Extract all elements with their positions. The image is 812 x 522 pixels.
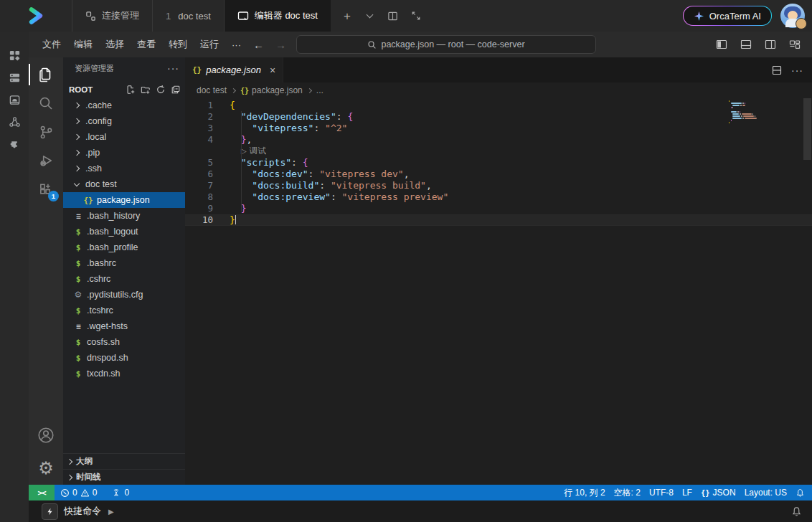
breadcrumb-item[interactable]: {}package.json [240, 85, 303, 95]
notifications-bell-button[interactable] [791, 506, 802, 517]
problems-status[interactable]: 00 [56, 485, 101, 500]
code-line[interactable]: 8 "docs:preview": "vitepress preview" [185, 191, 812, 203]
new-folder-button[interactable] [141, 85, 151, 95]
status-keyboard-layout[interactable]: Layout: US [740, 485, 791, 500]
codelens-debug-link[interactable]: ▷调试 [185, 146, 812, 157]
status-language-mode[interactable]: {}JSON [697, 485, 740, 500]
refresh-button[interactable] [156, 85, 166, 95]
menubar-item[interactable]: 查看 [131, 36, 162, 53]
code-text: "docs:build": "vitepress build", [230, 180, 432, 191]
menubar-item[interactable]: 运行 [194, 36, 225, 53]
toggle-primary-sidebar-button[interactable] [714, 37, 729, 52]
toggle-secondary-sidebar-button[interactable] [763, 37, 778, 52]
tab-connection-manager[interactable]: 连接管理 [72, 0, 153, 32]
breadcrumb-item[interactable]: ... [316, 85, 324, 95]
outline-section[interactable]: 大纲 [63, 453, 185, 469]
tree-item[interactable]: $.bash_profile [63, 239, 185, 255]
app-logo[interactable] [0, 0, 72, 32]
activitybar-run-debug[interactable] [29, 146, 63, 175]
activitybar-settings[interactable]: ⚙ [29, 452, 63, 485]
network-button[interactable] [0, 111, 29, 133]
tab-editor-doc-test[interactable]: 编辑器 doc test [225, 0, 331, 32]
code-line[interactable]: 6 "docs:dev": "vitepress dev", [185, 169, 812, 180]
menubar-item[interactable]: 选择 [99, 36, 131, 53]
breadcrumb-item[interactable]: doc test [197, 85, 227, 95]
tree-item[interactable]: $cosfs.sh [63, 334, 185, 350]
menubar-item[interactable]: 编辑 [67, 36, 99, 53]
tree-root-row[interactable]: ROOT [63, 82, 185, 98]
editor-scrollbar[interactable] [803, 98, 811, 160]
status-eol[interactable]: LF [678, 485, 697, 500]
tree-item[interactable]: .pip [63, 145, 185, 161]
server-list-button[interactable] [0, 67, 29, 89]
chevron-right-icon [67, 458, 72, 464]
tree-item[interactable]: ≡.bash_history [63, 208, 185, 224]
tree-item[interactable]: $.bashrc [63, 255, 185, 271]
new-tab-button[interactable]: + [338, 6, 357, 25]
ports-status[interactable]: 0 [107, 485, 133, 500]
tree-item[interactable]: $.bash_logout [63, 224, 185, 239]
quick-command-label[interactable]: 快捷命令 [64, 505, 101, 518]
command-center[interactable]: package.json — root — code-server [296, 35, 596, 54]
fullscreen-button[interactable] [407, 6, 425, 25]
back-button[interactable]: ← [247, 39, 270, 51]
activitybar-account[interactable] [29, 419, 63, 452]
orcaterm-ai-button[interactable]: OrcaTerm AI [683, 6, 772, 26]
quick-command-button[interactable] [42, 503, 58, 520]
code-line[interactable]: 5 "scripts": { [185, 157, 812, 169]
status-notifications[interactable] [791, 485, 809, 500]
menubar-item[interactable]: 文件 [36, 36, 67, 53]
tree-item[interactable]: ≡.wget-hsts [63, 318, 185, 334]
tree-item[interactable]: .cache [63, 98, 185, 113]
tree-item[interactable]: $dnspod.sh [63, 350, 185, 366]
sidebar-more-button[interactable]: ··· [167, 62, 179, 74]
timeline-section[interactable]: 时间线 [63, 469, 185, 485]
tree-item[interactable]: .local [63, 129, 185, 145]
tree-item[interactable]: doc test [63, 176, 185, 192]
storage-button[interactable] [0, 89, 29, 111]
tree-item[interactable]: $txcdn.sh [63, 366, 185, 381]
customize-layout-button[interactable] [788, 37, 802, 52]
new-file-button[interactable] [126, 85, 136, 95]
activitybar-explorer[interactable] [29, 60, 63, 89]
tree-item[interactable]: $.tcshrc [63, 303, 185, 318]
tab-doc-test[interactable]: 1 doc test [153, 0, 225, 32]
tree-item[interactable]: ⚙.pydistutils.cfg [63, 287, 185, 303]
code-line[interactable]: 3 "vitepress": "^2" [185, 123, 812, 134]
remote-indicator[interactable]: >< [29, 485, 55, 500]
status-indentation[interactable]: 空格: 2 [610, 485, 645, 500]
code-line[interactable]: 2 "devDependencies": { [185, 111, 812, 123]
code-line[interactable]: 7 "docs:build": "vitepress build", [185, 180, 812, 191]
plugins-button[interactable] [0, 133, 29, 156]
activitybar-search[interactable] [29, 89, 63, 118]
status-cursor-position[interactable]: 行 10, 列 2 [560, 485, 609, 500]
menubar-item[interactable]: ··· [225, 36, 247, 53]
code-line[interactable]: 9 } [185, 203, 812, 214]
status-encoding[interactable]: UTF-8 [645, 485, 678, 500]
editor-tab-package-json[interactable]: {} package.json × [185, 57, 283, 82]
user-avatar[interactable] [780, 4, 805, 28]
submenu-arrow-icon[interactable]: ▶ [108, 508, 114, 516]
toggle-panel-button[interactable] [739, 37, 753, 52]
apps-grid-button[interactable] [0, 44, 29, 67]
close-icon[interactable]: × [270, 65, 275, 76]
activitybar-extensions[interactable]: 1 [29, 175, 63, 204]
editor-more-actions-button[interactable]: ··· [791, 65, 803, 76]
tree-item[interactable]: .config [63, 113, 185, 129]
shell-file-icon: $ [73, 338, 83, 347]
tab-list-dropdown[interactable] [361, 6, 379, 25]
collapse-folders-button[interactable] [171, 85, 181, 95]
tree-item[interactable]: {}package.json [63, 192, 185, 208]
menubar-item[interactable]: 转到 [162, 36, 194, 53]
code-line[interactable]: 1{ [185, 100, 812, 111]
tree-item[interactable]: $.cshrc [63, 271, 185, 287]
split-terminal-button[interactable] [384, 6, 402, 25]
forward-button[interactable]: → [270, 39, 292, 51]
activitybar-source-control[interactable] [29, 118, 63, 146]
code-line[interactable]: 10} [185, 214, 812, 226]
minimap[interactable] [729, 100, 760, 124]
code-area[interactable]: 1{2 "devDependencies": {3 "vitepress": "… [185, 98, 812, 485]
tree-item[interactable]: .ssh [63, 161, 185, 176]
split-editor-button[interactable] [771, 65, 783, 76]
code-line[interactable]: 4 }, [185, 134, 812, 146]
